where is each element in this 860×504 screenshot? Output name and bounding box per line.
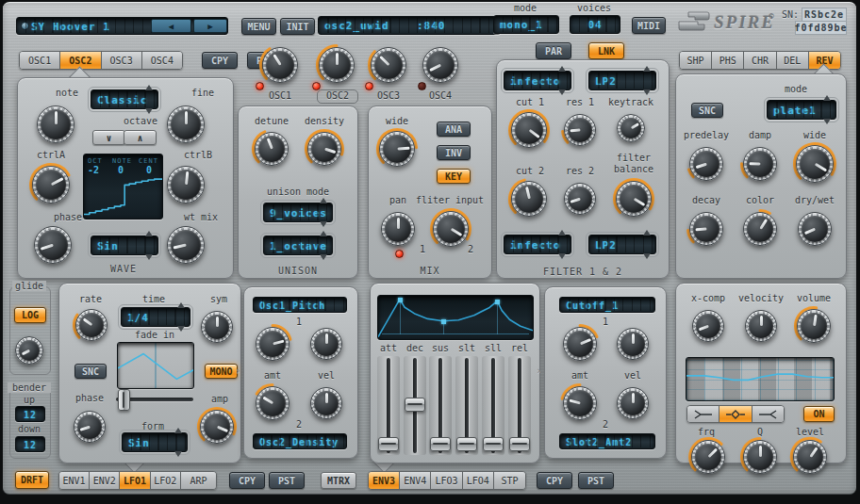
tab-stp[interactable]: STP <box>493 472 525 489</box>
tab-osc3[interactable]: OSC3 <box>101 52 141 69</box>
eq-peak-button[interactable] <box>719 406 751 422</box>
cut1-knob[interactable] <box>507 108 551 152</box>
mixer-osc3-knob[interactable] <box>367 43 410 87</box>
octave-down-button[interactable]: ∨ <box>92 130 125 145</box>
slot1-vel1-knob[interactable] <box>306 324 346 364</box>
filter1-type-select[interactable]: infecto <box>504 71 571 90</box>
filter1-shape-select[interactable]: LP2 <box>588 71 656 90</box>
filter-balance-knob[interactable] <box>612 177 655 220</box>
filter2-shape-up-icon[interactable] <box>643 226 651 236</box>
slot1-dest1-display[interactable]: Osc1_Pitch <box>253 297 347 313</box>
decay-slider[interactable] <box>404 356 426 455</box>
lfo-fade-slider[interactable] <box>116 389 193 409</box>
octave-up-button[interactable]: ∧ <box>124 130 157 145</box>
tab-env1[interactable]: ENV1 <box>59 472 89 489</box>
lfo-phase-knob[interactable] <box>70 407 109 447</box>
level-knob[interactable] <box>789 436 831 478</box>
lfo-amp-knob[interactable] <box>196 406 238 447</box>
slot1-vel2-knob[interactable] <box>306 383 346 423</box>
filter1-type-up-icon[interactable] <box>558 62 566 72</box>
tab-lfo1[interactable]: LFO1 <box>119 472 149 489</box>
midi-button[interactable]: MIDI <box>632 17 666 34</box>
filter2-shape-select[interactable]: LP2 <box>588 235 656 254</box>
mixer-osc1-knob[interactable] <box>258 43 302 87</box>
glide-knob[interactable] <box>11 333 47 368</box>
slot2-dest2-display[interactable]: Slot2_Amt2 <box>559 433 655 449</box>
menu-button[interactable]: MENU <box>241 18 276 35</box>
eq-lowshelf-button[interactable] <box>687 406 719 422</box>
mod-copy-button-a[interactable]: CPY <box>229 472 265 489</box>
preset-prev-button[interactable]: ◀ <box>151 19 191 33</box>
analog-button[interactable]: ANA <box>437 122 471 137</box>
tab-arp[interactable]: ARP <box>180 472 216 489</box>
volume-knob[interactable] <box>793 305 835 347</box>
mod-copy-button-b[interactable]: CPY <box>537 472 572 489</box>
slot2-vel2-knob[interactable] <box>613 383 653 423</box>
voices-display[interactable]: 04 <box>570 15 620 34</box>
filter1-shape-up-icon[interactable] <box>643 62 651 72</box>
slot1-amt1-knob[interactable] <box>252 323 293 365</box>
drift-button[interactable]: DRFT <box>15 471 49 489</box>
init-button[interactable]: INIT <box>280 18 315 35</box>
wide-knob[interactable] <box>375 127 419 171</box>
bender-down-display[interactable]: 12 <box>15 436 45 452</box>
drywet-knob[interactable] <box>794 208 835 250</box>
velocity-knob[interactable] <box>741 306 781 346</box>
reverb-mode-up-icon[interactable] <box>823 91 831 101</box>
res2-knob[interactable] <box>560 179 600 219</box>
predelay-knob[interactable] <box>686 143 727 185</box>
tab-env3[interactable]: ENV3 <box>369 472 399 489</box>
filter2-shape-down-icon[interactable] <box>643 253 651 263</box>
lfo-mono-button[interactable]: MONO <box>205 364 238 379</box>
matrix-button[interactable]: MTRX <box>321 472 356 489</box>
lfo-form-up-icon[interactable] <box>174 424 182 433</box>
unison-voices-up-icon[interactable] <box>320 194 327 203</box>
xcomp-knob[interactable] <box>688 306 728 346</box>
subwave-up-icon[interactable] <box>145 227 153 236</box>
filter2-type-up-icon[interactable] <box>558 226 566 236</box>
tab-chorus[interactable]: CHR <box>743 52 775 69</box>
slot2-amt1-knob[interactable] <box>559 323 601 365</box>
glide-log-button[interactable]: LOG <box>14 307 46 323</box>
attack-slider[interactable] <box>377 356 400 455</box>
ctrla-knob[interactable] <box>28 162 74 207</box>
note-knob[interactable] <box>33 102 78 147</box>
mod-paste-button-a[interactable]: PST <box>269 472 305 489</box>
slope-time-slider[interactable] <box>455 356 478 455</box>
tab-lfo4[interactable]: LFO4 <box>462 472 493 489</box>
unison-octave-select[interactable]: 1_octave <box>263 236 333 255</box>
unison-octave-up-icon[interactable] <box>320 227 327 236</box>
slot2-dest1-display[interactable]: Cutoff_1 <box>559 297 655 313</box>
lfo-sync-button[interactable]: SNC <box>74 364 107 379</box>
lfo-rate-knob[interactable] <box>72 305 111 345</box>
tab-env2[interactable]: ENV2 <box>89 472 119 489</box>
fine-knob[interactable] <box>163 102 208 147</box>
sustain-slider[interactable] <box>429 356 452 455</box>
q-knob[interactable] <box>739 436 781 478</box>
lfo-sym-knob[interactable] <box>197 307 237 347</box>
release-slider[interactable] <box>508 356 531 455</box>
mod-paste-button-b[interactable]: PST <box>578 472 614 489</box>
decay-knob[interactable] <box>686 208 727 250</box>
lfo-time-select[interactable]: 1/4 <box>121 307 190 327</box>
reverb-mode-down-icon[interactable] <box>823 119 831 128</box>
tab-osc1[interactable]: OSC1 <box>20 52 59 69</box>
mode-display[interactable]: mono_1 <box>493 15 559 34</box>
frq-knob[interactable] <box>687 436 729 478</box>
ctrlb-knob[interactable] <box>163 162 208 207</box>
invert-button[interactable]: INV <box>437 145 471 160</box>
tab-osc4[interactable]: OSC4 <box>141 52 182 69</box>
eq-on-button[interactable]: ON <box>803 406 835 422</box>
mixer-osc2-knob[interactable] <box>315 43 358 87</box>
damp-knob[interactable] <box>739 143 781 185</box>
unison-voices-select[interactable]: 9_voices <box>263 203 333 222</box>
res1-knob[interactable] <box>560 110 600 150</box>
wtmix-knob[interactable] <box>163 222 208 268</box>
unison-octave-down-icon[interactable] <box>320 254 327 264</box>
slot2-amt2-knob[interactable] <box>559 382 601 424</box>
bender-up-display[interactable]: 12 <box>15 406 45 422</box>
tab-lfo3[interactable]: LFO3 <box>430 472 461 489</box>
osc-subwave-select[interactable]: Sin <box>91 236 158 255</box>
subwave-down-icon[interactable] <box>145 254 153 264</box>
reverb-mode-select[interactable]: plate1 <box>767 100 836 120</box>
